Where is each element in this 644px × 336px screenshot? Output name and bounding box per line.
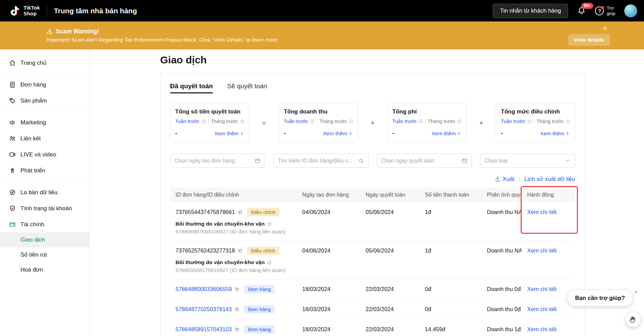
created-date: 04/06/2024 xyxy=(297,209,360,215)
view-details-button[interactable]: View details xyxy=(568,34,610,46)
logo-line-2: Shop xyxy=(24,11,40,17)
period-last-week[interactable]: Tuần trước xyxy=(501,119,525,124)
copy-icon[interactable] xyxy=(234,307,240,312)
payment-amount: 0đ xyxy=(425,306,431,312)
period-last-month[interactable]: Tháng trước xyxy=(319,119,347,124)
finance-icon xyxy=(9,221,16,228)
info-icon[interactable] xyxy=(566,119,570,124)
export-button[interactable]: Xuất xyxy=(495,176,515,183)
info-icon[interactable] xyxy=(527,119,532,124)
see-more-link[interactable]: Xem thêm xyxy=(432,131,462,137)
hand-icon xyxy=(629,316,637,324)
sidebar-item-withdrawals[interactable]: Số tiền rút xyxy=(0,247,89,262)
search-icon[interactable] xyxy=(358,158,364,164)
settle-date-filter[interactable] xyxy=(377,154,472,168)
id-cell: 578648770250378143 Đơn hàng xyxy=(170,305,297,314)
adjustment-detail: Bồi thường do vận chuyển-kho vận 5769835… xyxy=(170,259,575,273)
period-last-week[interactable]: Tuần trước xyxy=(175,119,200,124)
adjustment-reason: Bồi thường do vận chuyển-kho vận xyxy=(175,259,265,265)
calendar-icon[interactable] xyxy=(461,158,467,164)
summary-card-title: Tổng doanh thu xyxy=(284,108,353,115)
settlement-analysis: Doanh thu NA xyxy=(481,209,522,215)
order-id-link[interactable]: 578648800033606559 xyxy=(175,286,232,292)
settled-date: 05/06/2024 xyxy=(360,209,419,215)
view-details-link[interactable]: Xem chi tiết xyxy=(527,286,556,292)
view-details-link[interactable]: Xem chi tiết xyxy=(527,247,556,254)
order-date-input[interactable] xyxy=(174,158,252,164)
sidebar-item-live-video[interactable]: LIVE và video xyxy=(0,147,89,163)
order-id-link[interactable]: 578648770250378143 xyxy=(175,306,232,312)
order-date-filter[interactable] xyxy=(170,154,265,168)
sidebar-item-data-compass[interactable]: La bàn dữ liệu xyxy=(0,184,89,200)
equals-operator: = xyxy=(249,119,279,127)
search-filter[interactable] xyxy=(273,154,368,168)
period-last-week[interactable]: Tuần trước xyxy=(392,119,417,124)
view-details-link[interactable]: Xem chi tiết xyxy=(527,209,556,215)
period-last-week[interactable]: Tuần trước xyxy=(284,119,308,124)
sidebar-item-marketing[interactable]: Marketing xyxy=(0,114,89,131)
tiktok-shop-logo[interactable]: TikTok Shop xyxy=(10,5,40,16)
sidebar-item-invoices[interactable]: Hoá đơn xyxy=(0,262,89,277)
sidebar-item-affiliate[interactable]: Liên kết xyxy=(0,131,89,147)
adjustment-reason: Bồi thường do vận chuyển-kho vận xyxy=(175,221,265,227)
payment-amount: 1đ xyxy=(425,209,431,215)
copy-icon[interactable] xyxy=(237,248,243,254)
summary-card-total-settled: Tổng số tiền quyết toán Tuần trước | Thá… xyxy=(170,103,249,143)
banner-close-icon[interactable]: ✕ xyxy=(603,26,607,31)
id-cell: 578648800033606559 Đơn hàng xyxy=(170,285,297,293)
order-id-link[interactable]: 578648589157043103 xyxy=(175,326,232,333)
sidebar-item-finance[interactable]: Tài chính xyxy=(0,216,89,232)
info-icon[interactable] xyxy=(457,119,462,124)
help-button[interactable]: ? Trợ giúp xyxy=(595,5,615,16)
type-select[interactable]: Chọn loại xyxy=(480,154,575,168)
copy-icon[interactable] xyxy=(234,287,240,292)
order-badge: Đơn hàng xyxy=(244,305,275,314)
page-title: Giao dịch xyxy=(160,54,644,66)
bubble-close-icon[interactable]: ✕ xyxy=(634,290,638,295)
view-details-link[interactable]: Xem chi tiết xyxy=(527,306,556,312)
period-last-month[interactable]: Tháng trước xyxy=(537,119,564,124)
tab-to-settle[interactable]: Sẽ quyết toán xyxy=(227,82,267,93)
chevron-right-icon xyxy=(348,131,353,136)
sidebar-item-products[interactable]: Sản phẩm xyxy=(0,93,89,109)
header-actions: Tin nhắn từ khách hàng 99+ ? Trợ giúp xyxy=(493,4,637,18)
column-header-analysis: Phân tích quyế xyxy=(481,192,522,198)
info-icon[interactable] xyxy=(267,260,272,265)
warning-triangle-icon xyxy=(46,28,53,35)
info-icon[interactable] xyxy=(267,222,272,227)
plus-operator: + xyxy=(466,119,496,127)
sidebar-item-transactions[interactable]: Giao dịch xyxy=(0,232,89,247)
calendar-icon[interactable] xyxy=(255,158,261,164)
period-last-month[interactable]: Tháng trước xyxy=(211,119,238,124)
see-more-link[interactable]: Xem thêm xyxy=(540,131,570,137)
sidebar-item-label: Sản phẩm xyxy=(20,97,47,104)
copy-icon[interactable] xyxy=(234,327,240,332)
info-icon[interactable] xyxy=(418,119,423,124)
view-details-link[interactable]: Xem chi tiết xyxy=(527,326,556,332)
products-icon xyxy=(9,97,16,104)
see-more-link[interactable]: Xem thêm xyxy=(214,131,244,137)
help-notification-dot xyxy=(601,6,604,9)
copy-icon[interactable] xyxy=(237,210,243,215)
sidebar-item-account-health[interactable]: Tình trạng tài khoản xyxy=(0,200,89,216)
search-input[interactable] xyxy=(278,158,355,164)
sidebar-item-home[interactable]: Trang chủ xyxy=(0,55,89,71)
created-date: 18/03/2024 xyxy=(297,286,360,292)
export-history-link[interactable]: Lịch sử xuất dữ liệu xyxy=(524,176,575,183)
avatar[interactable] xyxy=(624,4,637,17)
settle-date-input[interactable] xyxy=(381,158,459,164)
tab-settled[interactable]: Đã quyết toán xyxy=(170,82,213,93)
sidebar-item-orders[interactable]: Đơn hàng xyxy=(0,77,89,93)
notifications-button[interactable]: 99+ xyxy=(577,6,586,15)
info-icon[interactable] xyxy=(201,119,206,124)
period-last-month[interactable]: Tháng trước xyxy=(428,119,455,124)
help-bubble: Bạn cần trợ giúp? ✕ xyxy=(568,290,632,306)
info-icon[interactable] xyxy=(310,119,315,124)
related-order-id: 578906997694106527 (ID đơn hàng liên qua… xyxy=(175,229,575,235)
info-icon[interactable] xyxy=(240,119,245,124)
see-more-link[interactable]: Xem thêm xyxy=(323,131,353,137)
sidebar-item-growth[interactable]: Phát triển xyxy=(0,163,89,179)
customer-messages-button[interactable]: Tin nhắn từ khách hàng xyxy=(493,4,568,18)
info-icon[interactable] xyxy=(349,119,353,124)
help-floating-button[interactable] xyxy=(626,312,641,327)
